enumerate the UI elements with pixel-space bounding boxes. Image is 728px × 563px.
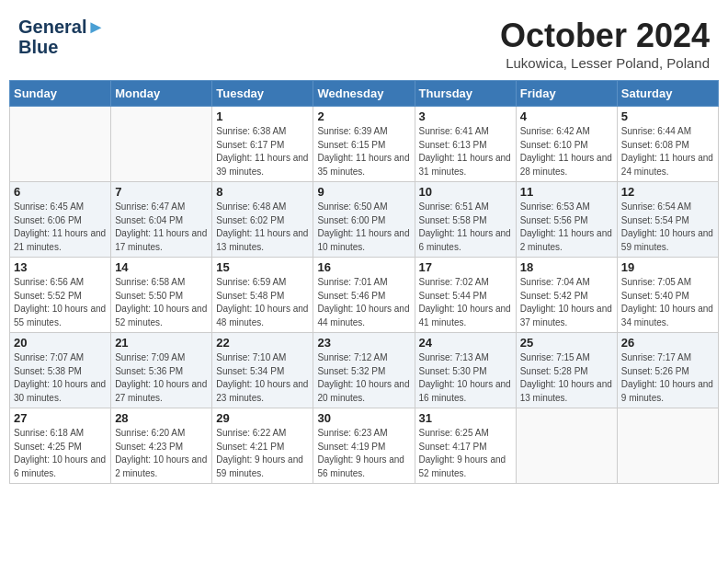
title-block: October 2024 Lukowica, Lesser Poland, Po… — [500, 17, 710, 71]
day-number: 23 — [317, 336, 410, 350]
day-detail: Sunrise: 6:41 AMSunset: 6:13 PMDaylight:… — [419, 125, 512, 178]
location: Lukowica, Lesser Poland, Poland — [500, 55, 710, 71]
day-number: 12 — [621, 185, 714, 199]
day-number: 5 — [621, 109, 714, 123]
day-detail: Sunrise: 6:45 AMSunset: 6:06 PMDaylight:… — [14, 201, 107, 254]
calendar-cell: 31Sunrise: 6:25 AMSunset: 4:17 PMDayligh… — [415, 408, 516, 484]
day-detail: Sunrise: 6:51 AMSunset: 5:58 PMDaylight:… — [419, 201, 512, 254]
day-number: 1 — [216, 109, 309, 123]
day-number: 26 — [621, 336, 714, 350]
day-detail: Sunrise: 6:53 AMSunset: 5:56 PMDaylight:… — [520, 201, 613, 254]
day-detail: Sunrise: 6:39 AMSunset: 6:15 PMDaylight:… — [317, 125, 410, 178]
calendar-week-row: 6Sunrise: 6:45 AMSunset: 6:06 PMDaylight… — [10, 182, 719, 258]
calendar-cell: 28Sunrise: 6:20 AMSunset: 4:23 PMDayligh… — [111, 408, 212, 484]
day-detail: Sunrise: 7:07 AMSunset: 5:38 PMDaylight:… — [14, 351, 107, 405]
page-header: General►Blue October 2024 Lukowica, Less… — [9, 9, 719, 75]
day-number: 15 — [216, 260, 309, 274]
day-number: 10 — [419, 185, 512, 199]
day-detail: Sunrise: 7:09 AMSunset: 5:36 PMDaylight:… — [115, 351, 208, 405]
day-detail: Sunrise: 6:23 AMSunset: 4:19 PMDaylight:… — [317, 427, 410, 480]
calendar-cell: 5Sunrise: 6:44 AMSunset: 6:08 PMDaylight… — [617, 107, 718, 182]
day-detail: Sunrise: 7:04 AMSunset: 5:42 PMDaylight:… — [520, 276, 613, 329]
day-detail: Sunrise: 7:17 AMSunset: 5:26 PMDaylight:… — [621, 351, 714, 405]
day-detail: Sunrise: 7:15 AMSunset: 5:28 PMDaylight:… — [520, 351, 613, 405]
day-number: 18 — [520, 260, 613, 274]
calendar-cell: 26Sunrise: 7:17 AMSunset: 5:26 PMDayligh… — [617, 333, 718, 408]
calendar-cell: 16Sunrise: 7:01 AMSunset: 5:46 PMDayligh… — [313, 258, 415, 333]
calendar-week-row: 1Sunrise: 6:38 AMSunset: 6:17 PMDaylight… — [10, 107, 719, 182]
calendar-cell — [516, 408, 617, 484]
calendar-cell: 29Sunrise: 6:22 AMSunset: 4:21 PMDayligh… — [212, 408, 313, 484]
calendar-week-row: 20Sunrise: 7:07 AMSunset: 5:38 PMDayligh… — [10, 333, 719, 408]
calendar-cell: 20Sunrise: 7:07 AMSunset: 5:38 PMDayligh… — [10, 333, 111, 408]
day-detail: Sunrise: 7:02 AMSunset: 5:44 PMDaylight:… — [419, 276, 512, 329]
day-detail: Sunrise: 6:25 AMSunset: 4:17 PMDaylight:… — [419, 427, 512, 480]
calendar-cell: 9Sunrise: 6:50 AMSunset: 6:00 PMDaylight… — [313, 182, 415, 258]
calendar-cell: 24Sunrise: 7:13 AMSunset: 5:30 PMDayligh… — [415, 333, 516, 408]
calendar-cell: 19Sunrise: 7:05 AMSunset: 5:40 PMDayligh… — [617, 258, 718, 333]
calendar-cell: 14Sunrise: 6:58 AMSunset: 5:50 PMDayligh… — [111, 258, 212, 333]
calendar-table: SundayMondayTuesdayWednesdayThursdayFrid… — [9, 80, 719, 484]
calendar-cell: 21Sunrise: 7:09 AMSunset: 5:36 PMDayligh… — [111, 333, 212, 408]
day-number: 29 — [216, 411, 309, 425]
weekday-header: Wednesday — [313, 81, 415, 107]
day-number: 8 — [216, 185, 309, 199]
calendar-cell: 18Sunrise: 7:04 AMSunset: 5:42 PMDayligh… — [516, 258, 617, 333]
logo-text: General►Blue — [18, 17, 105, 57]
day-detail: Sunrise: 7:01 AMSunset: 5:46 PMDaylight:… — [317, 276, 410, 329]
calendar-cell: 23Sunrise: 7:12 AMSunset: 5:32 PMDayligh… — [313, 333, 415, 408]
day-detail: Sunrise: 7:05 AMSunset: 5:40 PMDaylight:… — [621, 276, 714, 329]
day-detail: Sunrise: 6:50 AMSunset: 6:00 PMDaylight:… — [317, 201, 410, 254]
day-number: 6 — [14, 185, 107, 199]
calendar-cell: 3Sunrise: 6:41 AMSunset: 6:13 PMDaylight… — [415, 107, 516, 182]
calendar-cell: 12Sunrise: 6:54 AMSunset: 5:54 PMDayligh… — [617, 182, 718, 258]
calendar-cell — [111, 107, 212, 182]
calendar-week-row: 27Sunrise: 6:18 AMSunset: 4:25 PMDayligh… — [10, 408, 719, 484]
calendar-week-row: 13Sunrise: 6:56 AMSunset: 5:52 PMDayligh… — [10, 258, 719, 333]
weekday-header: Sunday — [10, 81, 111, 107]
day-number: 17 — [419, 260, 512, 274]
day-number: 31 — [419, 411, 512, 425]
calendar-cell: 13Sunrise: 6:56 AMSunset: 5:52 PMDayligh… — [10, 258, 111, 333]
day-number: 22 — [216, 336, 309, 350]
calendar-cell: 10Sunrise: 6:51 AMSunset: 5:58 PMDayligh… — [415, 182, 516, 258]
day-detail: Sunrise: 7:13 AMSunset: 5:30 PMDaylight:… — [419, 351, 512, 405]
day-detail: Sunrise: 6:56 AMSunset: 5:52 PMDaylight:… — [14, 276, 107, 329]
day-detail: Sunrise: 7:10 AMSunset: 5:34 PMDaylight:… — [216, 351, 309, 405]
calendar-cell — [617, 408, 718, 484]
day-number: 13 — [14, 260, 107, 274]
day-detail: Sunrise: 6:59 AMSunset: 5:48 PMDaylight:… — [216, 276, 309, 329]
logo: General►Blue — [18, 17, 105, 57]
day-detail: Sunrise: 6:54 AMSunset: 5:54 PMDaylight:… — [621, 201, 714, 254]
day-detail: Sunrise: 7:12 AMSunset: 5:32 PMDaylight:… — [317, 351, 410, 405]
day-detail: Sunrise: 6:48 AMSunset: 6:02 PMDaylight:… — [216, 201, 309, 254]
day-number: 2 — [317, 109, 410, 123]
weekday-header-row: SundayMondayTuesdayWednesdayThursdayFrid… — [10, 81, 719, 107]
day-detail: Sunrise: 6:38 AMSunset: 6:17 PMDaylight:… — [216, 125, 309, 178]
day-detail: Sunrise: 6:44 AMSunset: 6:08 PMDaylight:… — [621, 125, 714, 178]
calendar-cell: 22Sunrise: 7:10 AMSunset: 5:34 PMDayligh… — [212, 333, 313, 408]
day-detail: Sunrise: 6:18 AMSunset: 4:25 PMDaylight:… — [14, 427, 107, 480]
weekday-header: Thursday — [415, 81, 516, 107]
day-number: 20 — [14, 336, 107, 350]
day-number: 14 — [115, 260, 208, 274]
day-number: 28 — [115, 411, 208, 425]
day-number: 3 — [419, 109, 512, 123]
day-number: 19 — [621, 260, 714, 274]
day-number: 30 — [317, 411, 410, 425]
day-number: 7 — [115, 185, 208, 199]
calendar-cell: 11Sunrise: 6:53 AMSunset: 5:56 PMDayligh… — [516, 182, 617, 258]
day-number: 4 — [520, 109, 613, 123]
day-detail: Sunrise: 6:47 AMSunset: 6:04 PMDaylight:… — [115, 201, 208, 254]
day-number: 16 — [317, 260, 410, 274]
day-detail: Sunrise: 6:58 AMSunset: 5:50 PMDaylight:… — [115, 276, 208, 329]
calendar-cell: 15Sunrise: 6:59 AMSunset: 5:48 PMDayligh… — [212, 258, 313, 333]
day-number: 24 — [419, 336, 512, 350]
day-detail: Sunrise: 6:20 AMSunset: 4:23 PMDaylight:… — [115, 427, 208, 480]
weekday-header: Saturday — [617, 81, 718, 107]
day-detail: Sunrise: 6:22 AMSunset: 4:21 PMDaylight:… — [216, 427, 309, 480]
calendar-cell: 30Sunrise: 6:23 AMSunset: 4:19 PMDayligh… — [313, 408, 415, 484]
calendar-cell: 2Sunrise: 6:39 AMSunset: 6:15 PMDaylight… — [313, 107, 415, 182]
day-number: 27 — [14, 411, 107, 425]
day-number: 21 — [115, 336, 208, 350]
